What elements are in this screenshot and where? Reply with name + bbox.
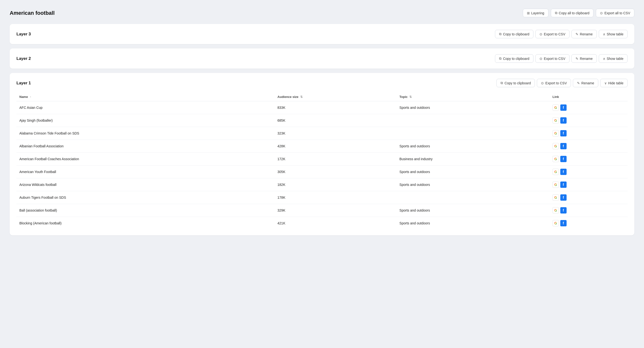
google-link-icon[interactable]: G [552,220,559,226]
link-icons: G f [552,156,625,162]
layer2-card: Layer 2 ⧉ Copy to clipboard ⊙ Export to … [10,49,634,69]
facebook-link-icon[interactable]: f [560,130,566,136]
facebook-link-icon[interactable]: f [560,207,566,214]
layer3-rename-button[interactable]: ✎ Rename [572,30,597,38]
google-link-icon[interactable]: G [552,156,559,162]
google-link-icon[interactable]: G [552,117,559,124]
cell-link: G f [550,165,628,178]
table-header-row: Name ↑ Audience size ⇅ Topic ⇅ Link [16,93,628,101]
google-link-icon[interactable]: G [552,143,559,149]
layer2-rename-button[interactable]: ✎ Rename [572,54,597,63]
cell-name: American Youth Football [16,165,274,178]
layer1-table: Name ↑ Audience size ⇅ Topic ⇅ Link [16,93,628,230]
link-icons: G f [552,207,625,214]
sort-updown-icon: ⇅ [409,95,412,99]
layer3-copy-button[interactable]: ⧉ Copy to clipboard [495,30,534,38]
cell-topic: Business and industry [396,153,550,165]
facebook-link-icon[interactable]: f [560,182,566,188]
link-icons: G f [552,169,625,175]
col-name[interactable]: Name ↑ [16,93,274,101]
layer1-toggle-button[interactable]: ∨ Hide table [600,79,628,87]
layer2-copy-button[interactable]: ⧉ Copy to clipboard [495,54,534,63]
page-title: American football [10,10,55,16]
facebook-link-icon[interactable]: f [560,194,566,201]
chevron-up-icon: ∧ [603,32,605,36]
google-link-icon[interactable]: G [552,182,559,188]
layer1-header: Layer 1 ⧉ Copy to clipboard ⊙ Export to … [16,79,628,87]
cell-topic: Sports and outdoors [396,178,550,191]
col-audience[interactable]: Audience size ⇅ [274,93,396,101]
link-icons: G f [552,117,625,124]
cell-name: Ball (association football) [16,204,274,217]
cell-link: G f [550,140,628,153]
col-link: Link [550,93,628,101]
export-all-button[interactable]: ⊙ Export all to CSV [596,9,634,17]
layer1-rename-button[interactable]: ✎ Rename [573,79,598,87]
google-link-icon[interactable]: G [552,194,559,201]
cell-topic [396,191,550,204]
facebook-link-icon[interactable]: f [560,220,566,226]
cell-link: G f [550,178,628,191]
facebook-link-icon[interactable]: f [560,143,566,149]
cell-topic: Sports and outdoors [396,165,550,178]
layer3-toggle-button[interactable]: ∧ Show table [599,30,628,38]
layering-icon: ⊞ [527,11,530,15]
copy-icon: ⧉ [500,81,503,85]
table-row: Albanian Football Association428KSports … [16,140,628,153]
layer1-actions: ⧉ Copy to clipboard ⊙ Export to CSV ✎ Re… [496,79,628,87]
table-row: Ball (association football)329KSports an… [16,204,628,217]
cell-audience: 833K [274,101,396,114]
copy-all-button[interactable]: ⧉ Copy all to clipboard [551,9,594,17]
facebook-link-icon[interactable]: f [560,117,566,124]
cell-audience: 182K [274,178,396,191]
copy-icon: ⧉ [499,32,502,36]
cell-name: AFC Asian Cup [16,101,274,114]
layer3-export-button[interactable]: ⊙ Export to CSV [536,30,570,38]
cell-name: Arizona Wildcats football [16,178,274,191]
cell-audience: 172K [274,153,396,165]
layer2-title: Layer 2 [16,56,31,61]
cell-audience: 685K [274,114,396,127]
page-container: American football ⊞ Layering ⧉ Copy all … [0,0,644,348]
chevron-down-icon: ∨ [604,81,607,85]
layering-button[interactable]: ⊞ Layering [523,9,548,17]
layer3-header: Layer 3 ⧉ Copy to clipboard ⊙ Export to … [16,30,628,38]
layer3-actions: ⧉ Copy to clipboard ⊙ Export to CSV ✎ Re… [495,30,628,38]
facebook-link-icon[interactable]: f [560,156,566,162]
layer1-copy-button[interactable]: ⧉ Copy to clipboard [496,79,535,87]
cell-audience: 428K [274,140,396,153]
table-row: AFC Asian Cup833KSports and outdoors G f [16,101,628,114]
cell-topic: Sports and outdoors [396,140,550,153]
copy-icon: ⧉ [499,57,502,61]
cell-audience: 323K [274,127,396,140]
table-row: American Football Coaches Association172… [16,153,628,165]
layer2-toggle-button[interactable]: ∧ Show table [599,54,628,63]
chevron-up-icon: ∧ [603,57,605,61]
export-icon: ⊙ [540,32,542,36]
google-link-icon[interactable]: G [552,169,559,175]
cell-name: Auburn Tigers Football on SDS [16,191,274,204]
layer2-export-button[interactable]: ⊙ Export to CSV [536,54,570,63]
layer2-header: Layer 2 ⧉ Copy to clipboard ⊙ Export to … [16,54,628,63]
cell-name: Ajay Singh (footballer) [16,114,274,127]
link-icons: G f [552,220,625,226]
layer1-export-button[interactable]: ⊙ Export to CSV [537,79,571,87]
table-row: Auburn Tigers Football on SDS178K G f [16,191,628,204]
facebook-link-icon[interactable]: f [560,169,566,175]
page-header: American football ⊞ Layering ⧉ Copy all … [10,9,634,17]
google-link-icon[interactable]: G [552,130,559,136]
link-icons: G f [552,143,625,149]
export-all-icon: ⊙ [600,11,603,15]
cell-link: G f [550,114,628,127]
cell-audience: 421K [274,217,396,230]
cell-topic: Sports and outdoors [396,204,550,217]
cell-link: G f [550,153,628,165]
layer3-card: Layer 3 ⧉ Copy to clipboard ⊙ Export to … [10,24,634,44]
cell-link: G f [550,101,628,114]
rename-icon: ✎ [576,32,578,36]
google-link-icon[interactable]: G [552,207,559,214]
col-topic[interactable]: Topic ⇅ [396,93,550,101]
table-row: American Youth Football305KSports and ou… [16,165,628,178]
facebook-link-icon[interactable]: f [560,104,566,111]
google-link-icon[interactable]: G [552,104,559,111]
